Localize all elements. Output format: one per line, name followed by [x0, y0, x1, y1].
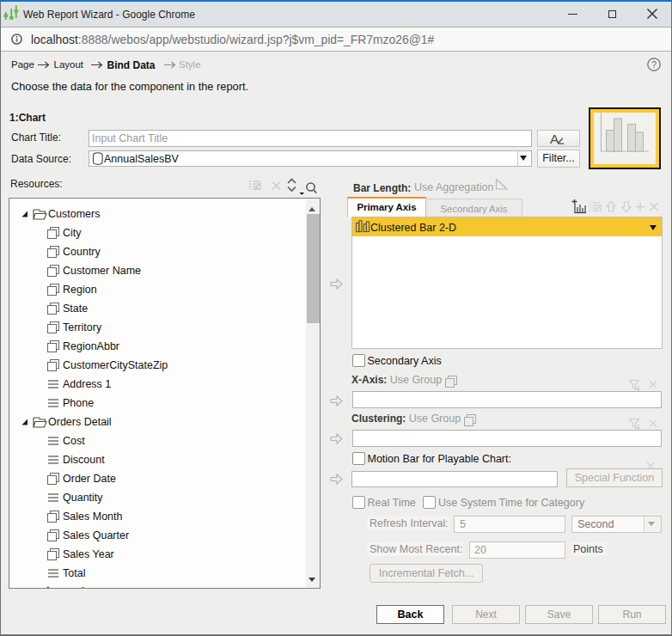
svg-text:?: ?: [651, 59, 657, 70]
